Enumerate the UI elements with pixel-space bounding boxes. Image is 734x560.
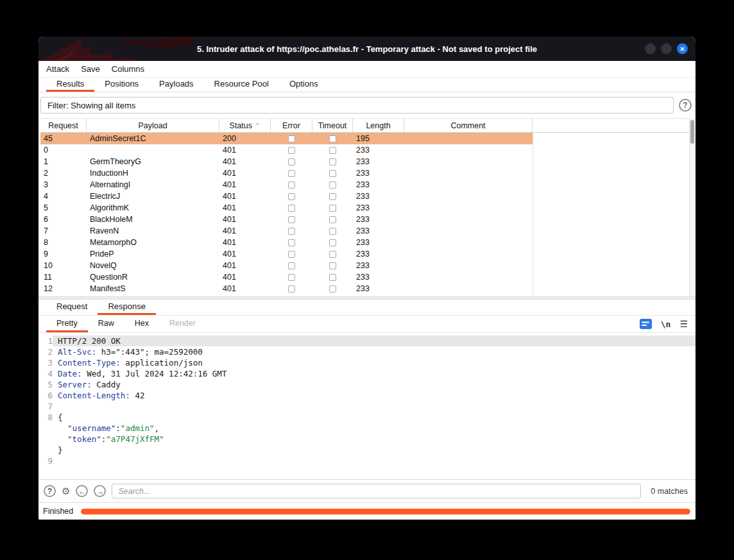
- token-plain: [58, 423, 67, 433]
- menu-item-columns[interactable]: Columns: [106, 64, 150, 74]
- timeout-checkbox[interactable]: [329, 193, 336, 200]
- editor-line[interactable]: "token":"a7P47jXfFM": [38, 434, 696, 445]
- timeout-checkbox[interactable]: [329, 274, 336, 281]
- table-row[interactable]: 5AlgorithmK401233: [40, 202, 533, 214]
- column-header-comment[interactable]: Comment: [404, 119, 533, 132]
- cell-request: 6: [40, 215, 87, 224]
- timeout-checkbox[interactable]: [329, 135, 336, 142]
- editor-menu-button[interactable]: ☰: [679, 319, 688, 329]
- error-checkbox[interactable]: [288, 135, 295, 142]
- tab-request[interactable]: Request: [46, 300, 98, 315]
- error-checkbox[interactable]: [288, 285, 295, 293]
- scrollbar-thumb[interactable]: [690, 120, 694, 144]
- error-checkbox[interactable]: [288, 158, 295, 165]
- error-checkbox[interactable]: [288, 216, 295, 223]
- menu-item-save[interactable]: Save: [75, 64, 106, 74]
- search-prev-button[interactable]: ←: [76, 485, 88, 497]
- editor-line[interactable]: "username":"admin",: [38, 423, 696, 434]
- table-row[interactable]: 4ElectricJ401233: [40, 191, 533, 202]
- title-bar[interactable]: 5. Intruder attack of https://poc.athela…: [38, 37, 696, 61]
- table-row[interactable]: 12ManifestS401233: [40, 283, 533, 294]
- response-editor[interactable]: 1HTTP/2 200 OK2Alt-Svc: h3=":443"; ma=25…: [38, 333, 696, 479]
- table-row[interactable]: 45AdminSecret1C200195: [40, 133, 533, 144]
- editor-line[interactable]: 7: [38, 401, 696, 412]
- table-row[interactable]: 2InductionH401233: [40, 167, 533, 179]
- tab-results[interactable]: Results: [46, 78, 94, 92]
- tab-response[interactable]: Response: [98, 300, 156, 315]
- table-row[interactable]: 9PrideP401233: [40, 248, 533, 260]
- timeout-checkbox[interactable]: [329, 216, 336, 223]
- search-help-button[interactable]: ?: [44, 485, 56, 497]
- error-checkbox[interactable]: [288, 147, 295, 154]
- table-row[interactable]: 6BlackHoleM401233: [40, 214, 533, 225]
- editor-line[interactable]: 5Server: Caddy: [38, 379, 696, 390]
- editor-line[interactable]: 9: [38, 455, 696, 466]
- error-checkbox[interactable]: [288, 170, 295, 177]
- view-tab-pretty[interactable]: Pretty: [46, 316, 88, 332]
- editor-line[interactable]: 8{: [38, 412, 696, 423]
- tab-options[interactable]: Options: [279, 78, 329, 92]
- line-content: Server: Caddy: [53, 379, 696, 390]
- error-checkbox[interactable]: [288, 262, 295, 269]
- timeout-checkbox[interactable]: [329, 158, 336, 165]
- table-row[interactable]: 1GermTheoryG401233: [40, 156, 533, 167]
- cell-timeout: [312, 158, 353, 165]
- line-number: 7: [38, 401, 53, 412]
- table-row[interactable]: 0401233: [40, 144, 533, 156]
- help-button[interactable]: ?: [679, 99, 692, 112]
- tab-payloads[interactable]: Payloads: [149, 78, 203, 92]
- tab-positions[interactable]: Positions: [94, 78, 149, 92]
- timeout-checkbox[interactable]: [329, 285, 336, 293]
- error-checkbox[interactable]: [288, 251, 295, 258]
- editor-line[interactable]: 2Alt-Svc: h3=":443"; ma=2592000: [38, 346, 696, 357]
- search-settings-button[interactable]: ⚙: [62, 486, 70, 497]
- column-header-payload[interactable]: Payload: [87, 119, 219, 132]
- menu-item-attack[interactable]: Attack: [40, 64, 75, 74]
- view-tab-raw[interactable]: Raw: [88, 316, 124, 332]
- search-input[interactable]: [112, 484, 641, 498]
- table-row[interactable]: 11QuestionR401233: [40, 271, 533, 283]
- editor-line[interactable]: 1HTTP/2 200 OK: [38, 335, 696, 346]
- timeout-checkbox[interactable]: [329, 205, 336, 212]
- cell-status: 401: [219, 250, 271, 259]
- editor-line[interactable]: 6Content-Length: 42: [38, 390, 696, 401]
- column-header-timeout[interactable]: Timeout: [312, 119, 353, 132]
- tab-resource-pool[interactable]: Resource Pool: [204, 78, 279, 92]
- error-checkbox[interactable]: [288, 228, 295, 235]
- timeout-checkbox[interactable]: [329, 147, 336, 154]
- error-checkbox[interactable]: [288, 193, 295, 200]
- newline-toggle[interactable]: \n: [661, 319, 671, 329]
- cell-timeout: [312, 262, 353, 269]
- view-tab-hex[interactable]: Hex: [124, 316, 159, 332]
- error-checkbox[interactable]: [288, 182, 295, 189]
- timeout-checkbox[interactable]: [329, 262, 336, 269]
- close-button[interactable]: ✕: [677, 44, 688, 55]
- filter-bar[interactable]: Filter: Showing all items: [40, 97, 674, 114]
- error-checkbox[interactable]: [288, 205, 295, 212]
- timeout-checkbox[interactable]: [329, 239, 336, 246]
- editor-line[interactable]: 4Date: Wed, 31 Jul 2024 12:42:16 GMT: [38, 368, 696, 379]
- timeout-checkbox[interactable]: [329, 228, 336, 235]
- error-checkbox[interactable]: [288, 239, 295, 246]
- editor-line[interactable]: 3Content-Type: application/json: [38, 357, 696, 368]
- column-header-error[interactable]: Error: [271, 119, 312, 132]
- editor-line[interactable]: }: [38, 445, 696, 455]
- table-row[interactable]: 8MetamorphO401233: [40, 237, 533, 248]
- search-next-button[interactable]: →: [94, 485, 106, 497]
- timeout-checkbox[interactable]: [329, 182, 336, 189]
- column-header-length[interactable]: Length: [353, 119, 404, 132]
- timeout-checkbox[interactable]: [329, 251, 336, 258]
- pretty-print-toggle[interactable]: [640, 319, 652, 329]
- table-row[interactable]: 7RavenN401233: [40, 225, 533, 237]
- table-row[interactable]: 10NovelQ401233: [40, 260, 533, 271]
- timeout-checkbox[interactable]: [329, 170, 336, 177]
- maximize-button[interactable]: [661, 44, 672, 55]
- column-header-status[interactable]: Status⌃: [219, 119, 271, 132]
- column-header-request[interactable]: Request: [40, 119, 87, 132]
- table-scrollbar[interactable]: [689, 119, 695, 296]
- table-row[interactable]: 3AlternatingI401233: [40, 179, 533, 191]
- column-label: Length: [366, 121, 390, 130]
- cell-status: 401: [219, 238, 271, 247]
- error-checkbox[interactable]: [288, 274, 295, 281]
- minimize-button[interactable]: [645, 44, 656, 55]
